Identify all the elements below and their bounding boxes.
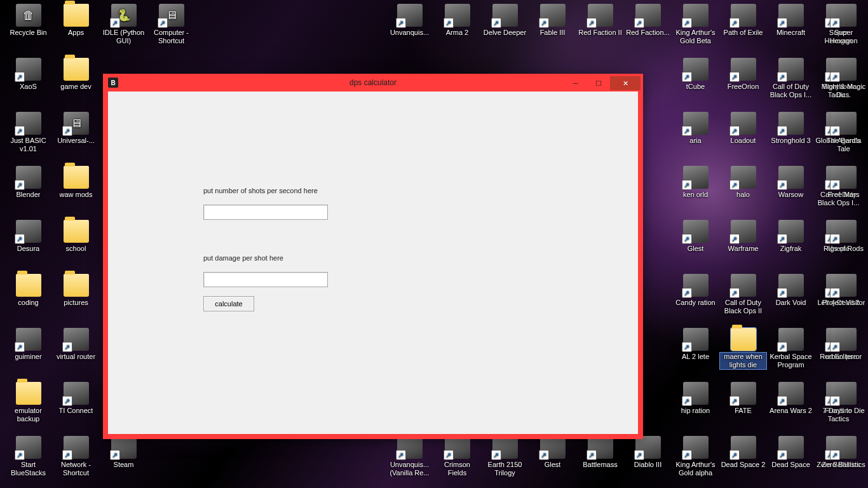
desktop-icon[interactable]: Steam xyxy=(100,435,147,488)
desktop-icon[interactable]: guiminer xyxy=(5,327,51,381)
desktop-icon[interactable]: Arma 2 xyxy=(434,3,480,57)
damage-per-shot-input[interactable] xyxy=(203,272,328,287)
desktop-icon[interactable]: aria xyxy=(672,111,719,165)
desktop-icon-label: Rigs of Rods xyxy=(824,245,864,253)
folder-icon xyxy=(731,328,756,351)
desktop-icon[interactable]: Warsow xyxy=(768,165,814,219)
minimize-button[interactable]: ─ xyxy=(564,76,587,90)
desktop-icon[interactable]: Fable III xyxy=(529,3,576,57)
desktop-icon[interactable]: emulator backup xyxy=(5,381,51,435)
close-button[interactable]: ✕ xyxy=(610,76,641,90)
desktop-icon[interactable]: King Arthur's Gold alpha xyxy=(672,435,719,488)
desktop-icon[interactable]: urban terror xyxy=(820,327,867,381)
folder-icon xyxy=(64,4,89,27)
desktop-icon[interactable]: 🐍IDLE (Python GUI) xyxy=(100,3,147,57)
desktop-icon[interactable]: Apps xyxy=(53,3,99,57)
desktop-icon[interactable]: Network - Shortcut xyxy=(53,435,99,488)
shortcut-icon xyxy=(731,436,756,459)
shortcut-icon xyxy=(683,58,709,81)
desktop-icon[interactable]: Dead Space 2 xyxy=(720,435,766,488)
desktop-icon-label: Glest xyxy=(688,245,704,253)
desktop-icon[interactable]: Rigs of Rods xyxy=(820,219,867,273)
shortcut-icon xyxy=(731,166,756,189)
desktop-icon-label: Fable III xyxy=(540,29,566,37)
desktop-icon[interactable]: Dead Space xyxy=(768,435,814,488)
shortcut-icon xyxy=(588,4,613,27)
shortcut-icon xyxy=(635,436,661,459)
desktop-icon[interactable]: Call of Duty Black Ops II xyxy=(720,273,766,327)
desktop-icon[interactable]: Battlemass xyxy=(577,435,623,488)
desktop-icon[interactable]: virtual router xyxy=(53,327,99,381)
desktop-icon[interactable]: Diablo III xyxy=(625,435,671,488)
maximize-button[interactable]: ☐ xyxy=(587,76,610,90)
titlebar[interactable]: B dps calculator ─ ☐ ✕ xyxy=(103,74,643,92)
app-icon: 🗑 xyxy=(16,4,41,27)
desktop-icon[interactable]: Call of Duty Black Ops I... xyxy=(768,57,814,111)
desktop-icon[interactable]: game dev xyxy=(53,57,99,111)
desktop-icon[interactable]: Stronghold 3 xyxy=(768,111,814,165)
desktop-icon[interactable]: Glest xyxy=(672,219,719,273)
desktop-icon[interactable]: tCube xyxy=(672,57,719,111)
desktop-icon[interactable]: TI Connect xyxy=(53,381,99,435)
calculate-button[interactable]: calculate xyxy=(203,296,254,311)
desktop-icon[interactable]: AL 2 lete xyxy=(672,327,719,381)
shortcut-icon xyxy=(831,4,857,27)
shortcut-icon xyxy=(778,328,804,351)
desktop-icon[interactable]: hip ration xyxy=(672,381,719,435)
desktop-icon[interactable]: Dark Void xyxy=(768,273,814,327)
desktop-icon[interactable]: Project Visitor xyxy=(820,273,867,327)
desktop-icon[interactable]: 7 Days to Die xyxy=(820,381,867,435)
desktop-icon[interactable]: Just BASIC v1.01 xyxy=(5,111,51,165)
desktop-icon[interactable]: Zero Ballistics xyxy=(820,435,867,488)
desktop-icon[interactable]: Crimson Fields xyxy=(434,435,480,488)
desktop-icon[interactable]: Kerbal Space Program xyxy=(768,327,814,381)
desktop-icon[interactable]: maere when lights die xyxy=(720,327,766,381)
desktop-icon[interactable]: FATE xyxy=(720,381,766,435)
desktop-icon[interactable]: Minecraft xyxy=(768,3,814,57)
desktop-icon[interactable]: XaoS xyxy=(5,57,51,111)
desktop-icon[interactable]: FreeOrion xyxy=(720,57,766,111)
desktop-icon[interactable]: Zigfrak xyxy=(768,219,814,273)
desktop-icon[interactable]: Red Faction II xyxy=(577,3,623,57)
desktop-icon-label: urban terror xyxy=(825,353,862,361)
desktop-icon[interactable]: Blender xyxy=(5,165,51,219)
desktop-icon-label: Candy ration xyxy=(675,299,715,307)
desktop-icon[interactable]: Path of Exile xyxy=(720,3,766,57)
desktop-icon[interactable]: Red Faction... xyxy=(625,3,671,57)
desktop-icon[interactable]: halo xyxy=(720,165,766,219)
desktop-icon[interactable]: Super Hexagon xyxy=(820,3,867,57)
desktop-icon-label: coding xyxy=(18,299,38,307)
desktop-icon[interactable]: Loadout xyxy=(720,111,766,165)
shortcut-icon xyxy=(683,382,709,405)
desktop-icon[interactable]: 🗑Recycle Bin xyxy=(5,3,51,57)
desktop-icon[interactable]: Might & Magic Du... xyxy=(820,57,867,111)
desktop-icon[interactable]: 🖥Computer - Shortcut xyxy=(148,3,194,57)
desktop-icon[interactable]: Earth 2150 Trilogy xyxy=(482,435,528,488)
desktop-icon[interactable]: King Arthur's Gold Beta xyxy=(672,3,719,57)
desktop-icon-label: aria xyxy=(689,137,701,145)
desktop-icon[interactable]: 🖥Universal-... xyxy=(53,111,99,165)
desktop-icon-label: Dead Space xyxy=(771,461,810,469)
desktop-icon[interactable]: pictures xyxy=(53,273,99,327)
desktop-icon[interactable]: Arena Wars 2 xyxy=(768,381,814,435)
desktop-icon[interactable]: waw mods xyxy=(53,165,99,219)
desktop-icon[interactable]: ken orld xyxy=(672,165,719,219)
desktop-icon[interactable]: Glest xyxy=(529,435,576,488)
desktop-icon[interactable]: school xyxy=(53,219,99,273)
desktop-icon[interactable]: Free Mars xyxy=(820,165,867,219)
desktop-icon[interactable]: coding xyxy=(5,273,51,327)
desktop-icon[interactable]: Unvanquis... xyxy=(386,3,433,57)
desktop-icon[interactable]: The Bard's Tale xyxy=(820,111,867,165)
desktop-icon[interactable]: Unvanquis... (Vanilla Re... xyxy=(386,435,433,488)
shots-per-second-input[interactable] xyxy=(203,205,328,220)
desktop-icon[interactable]: Start BlueStacks xyxy=(5,435,51,488)
desktop-icon-label: King Arthur's Gold alpha xyxy=(672,461,719,477)
desktop-icon[interactable]: Candy ration xyxy=(672,273,719,327)
desktop-icon-label: Zigfrak xyxy=(780,245,802,253)
desktop-icon[interactable]: Desura xyxy=(5,219,51,273)
shortcut-icon xyxy=(731,4,756,27)
desktop-icon[interactable]: Delve Deeper xyxy=(482,3,528,57)
shortcut-icon xyxy=(16,112,41,135)
desktop-icon-label: Start BlueStacks xyxy=(5,461,51,477)
desktop-icon[interactable]: Warframe xyxy=(720,219,766,273)
